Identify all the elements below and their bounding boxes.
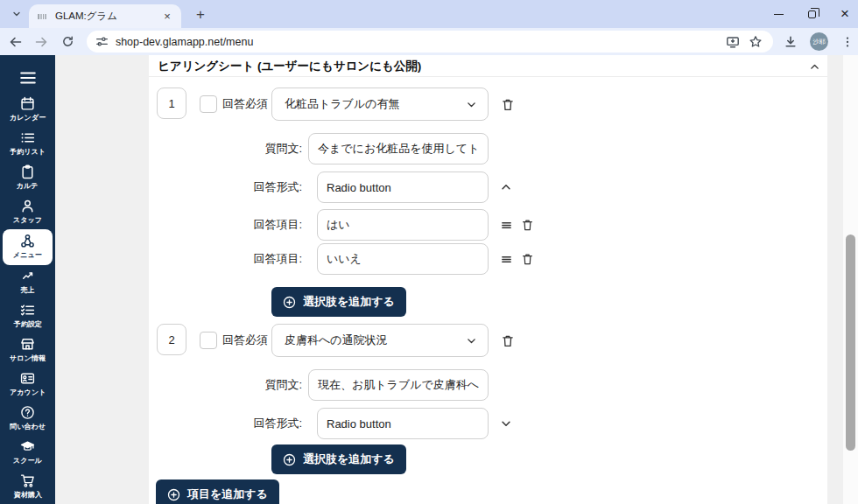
- sidebar-item-account[interactable]: アカウント: [0, 368, 55, 402]
- question-number: 2: [157, 324, 186, 355]
- page-scrollbar[interactable]: [843, 55, 858, 504]
- required-label: 回答必須: [222, 324, 268, 357]
- browser-menu-button[interactable]: [837, 32, 858, 52]
- url-text[interactable]: shop-dev.glamapp.net/menu: [116, 36, 719, 48]
- checklist-icon: [20, 303, 35, 318]
- sidebar-item-calendar[interactable]: カレンダー: [0, 93, 55, 127]
- sidebar-toggle-button[interactable]: [0, 67, 55, 88]
- reload-button[interactable]: [57, 32, 78, 52]
- required-checkbox[interactable]: [200, 95, 217, 113]
- required-checkbox[interactable]: [200, 332, 217, 349]
- question-text-label: 質問文:: [149, 369, 302, 401]
- answer-format-input[interactable]: [317, 172, 489, 203]
- profile-avatar[interactable]: 沙耶: [810, 32, 828, 51]
- browser-tab-active[interactable]: GLAM:グラム ×: [29, 4, 181, 28]
- tab-title: GLAM:グラム: [55, 10, 160, 23]
- forward-button[interactable]: [32, 32, 53, 52]
- help-circle-icon: [20, 405, 35, 420]
- sidebar-item-label: 資材購入: [13, 490, 41, 500]
- add-option-button[interactable]: 選択肢を追加する: [271, 287, 406, 317]
- sidebar-item-contact[interactable]: 問い合わせ: [0, 402, 55, 436]
- question-text-label: 質問文:: [149, 133, 302, 164]
- tab-search-button[interactable]: [7, 6, 26, 22]
- trash-icon: [501, 97, 515, 112]
- hamburger-icon: [19, 71, 37, 85]
- downloads-button[interactable]: [780, 32, 801, 52]
- sidebar-item-staff[interactable]: スタッフ: [0, 195, 55, 229]
- shopping-cart-icon: [20, 473, 35, 488]
- chart-line-icon: [20, 269, 35, 284]
- app-sidebar: カレンダー 予約リスト カルテ スタッフ メニュー 売上 予約設定 サロン情報 …: [0, 55, 55, 504]
- answer-format-input[interactable]: [317, 408, 489, 439]
- tab-close-icon[interactable]: ×: [160, 10, 174, 23]
- window-controls: ×: [772, 0, 851, 28]
- scrollbar-thumb[interactable]: [846, 234, 855, 451]
- required-label: 回答必須: [222, 88, 268, 121]
- question-title-select[interactable]: 化粧品トラブルの有無: [271, 88, 489, 121]
- delete-option-button[interactable]: [518, 216, 536, 234]
- add-option-label: 選択肢を追加する: [303, 452, 395, 467]
- url-bar[interactable]: shop-dev.glamapp.net/menu: [87, 31, 773, 52]
- trash-icon: [521, 218, 534, 232]
- sidebar-item-label: 予約リスト: [10, 147, 46, 157]
- delete-question-button[interactable]: [499, 332, 517, 349]
- back-button[interactable]: [5, 32, 26, 52]
- drag-handle-icon: [500, 219, 513, 232]
- question-title-select[interactable]: 皮膚科への通院状況: [271, 324, 489, 357]
- sidebar-item-reservation-settings[interactable]: 予約設定: [0, 299, 55, 333]
- minimize-button[interactable]: [772, 8, 784, 20]
- sidebar-item-reservation-list[interactable]: 予約リスト: [0, 127, 55, 161]
- new-tab-button[interactable]: +: [189, 4, 212, 25]
- sidebar-item-sales[interactable]: 売上: [0, 265, 55, 299]
- sidebar-item-label: スクール: [13, 456, 42, 466]
- plus-circle-icon: [167, 488, 180, 501]
- site-settings-icon[interactable]: [95, 35, 109, 48]
- browser-tabstrip: GLAM:グラム × + ×: [0, 0, 858, 28]
- question-text-input[interactable]: [308, 133, 489, 164]
- clipboard-icon: [20, 164, 35, 179]
- sidebar-item-label: サロン情報: [10, 354, 46, 363]
- expand-options-button[interactable]: [497, 415, 515, 432]
- back-arrow-icon: [9, 35, 23, 49]
- sidebar-item-label: 売上: [20, 285, 34, 295]
- sidebar-item-label: スタッフ: [13, 215, 42, 225]
- favicon: [36, 10, 48, 23]
- drag-handle[interactable]: [497, 250, 515, 268]
- sidebar-item-label: カルテ: [17, 181, 39, 191]
- sidebar-item-label: メニュー: [13, 250, 42, 260]
- graduation-cap-icon: [20, 439, 35, 454]
- question-title-value: 化粧品トラブルの有無: [285, 96, 466, 112]
- add-option-button[interactable]: 選択肢を追加する: [271, 444, 406, 474]
- collapse-options-button[interactable]: [497, 178, 515, 196]
- collapse-section-button[interactable]: [806, 59, 822, 74]
- install-app-button[interactable]: [724, 33, 742, 51]
- sidebar-item-karte[interactable]: カルテ: [0, 161, 55, 195]
- sidebar-item-materials[interactable]: 資材購入: [0, 470, 55, 504]
- answer-option-input[interactable]: [317, 243, 489, 275]
- chevron-down-icon: [466, 335, 477, 346]
- hearing-sheet-card: ヒアリングシート (ユーザーにもサロンにも公開) 1 回答必須 化粧品トラブルの…: [149, 55, 827, 504]
- storefront-icon: [20, 337, 35, 352]
- delete-question-button[interactable]: [499, 95, 517, 113]
- sidebar-item-salon-info[interactable]: サロン情報: [0, 333, 55, 368]
- question-text-input[interactable]: [308, 369, 489, 401]
- bookmark-button[interactable]: [747, 33, 764, 51]
- sidebar-item-school[interactable]: スクール: [0, 436, 55, 470]
- close-button[interactable]: ×: [839, 8, 851, 20]
- question-number: 1: [157, 88, 186, 119]
- restore-button[interactable]: [805, 8, 818, 20]
- sidebar-item-label: 問い合わせ: [10, 422, 46, 431]
- drag-handle[interactable]: [497, 216, 515, 234]
- reload-icon: [61, 35, 74, 48]
- delete-option-button[interactable]: [518, 250, 536, 268]
- sidebar-item-menu[interactable]: メニュー: [3, 229, 53, 265]
- list-icon: [20, 130, 35, 145]
- chevron-up-icon: [809, 61, 820, 73]
- answer-option-label: 回答項目:: [149, 209, 302, 241]
- section-header: ヒアリングシート (ユーザーにもサロンにも公開): [149, 55, 827, 77]
- add-item-button[interactable]: 項目を追加する: [156, 480, 279, 504]
- trash-icon: [501, 333, 515, 348]
- answer-format-label: 回答形式:: [149, 408, 302, 439]
- answer-option-label: 回答項目:: [149, 243, 302, 275]
- answer-option-input[interactable]: [317, 209, 489, 241]
